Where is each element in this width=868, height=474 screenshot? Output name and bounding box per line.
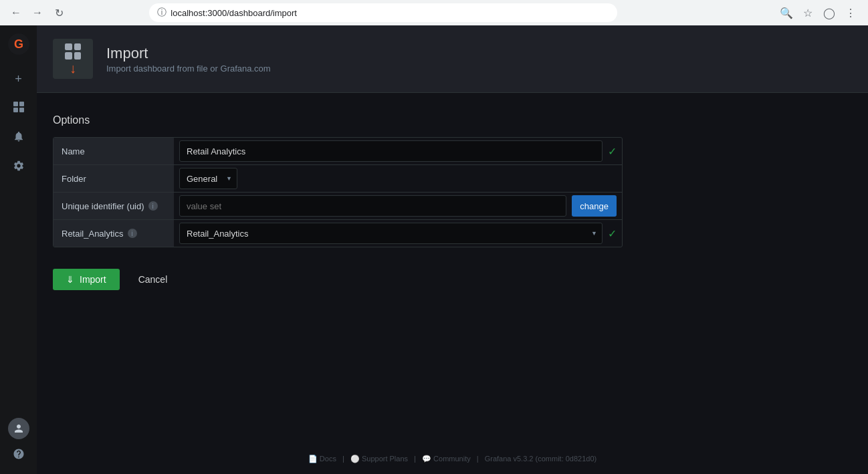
svg-text:G: G xyxy=(13,37,23,51)
datasource-label: Retail_Analytics i xyxy=(53,220,174,247)
page-header: ↓ Import Import dashboard from file or G… xyxy=(37,25,868,93)
sidebar-item-add[interactable]: + xyxy=(5,66,32,92)
folder-value-cell: General xyxy=(174,165,622,192)
import-button[interactable]: ⇓ Import xyxy=(53,269,120,290)
svg-rect-5 xyxy=(19,108,24,112)
import-icon-container: ↓ xyxy=(53,39,93,79)
back-button[interactable]: ← xyxy=(8,5,24,21)
import-icon: ⇓ xyxy=(66,274,74,285)
sidebar-item-alerts[interactable] xyxy=(5,124,32,151)
version-text: Grafana v5.3.2 (commit: 0d821d0) xyxy=(485,455,597,463)
help-icon xyxy=(13,448,25,463)
cancel-button[interactable]: Cancel xyxy=(128,269,179,290)
url-text: localhost:3000/dashboard/import xyxy=(171,8,297,18)
footer-icon-community: 💬 xyxy=(422,455,431,463)
options-table: Name ✓ Folder General xyxy=(53,137,623,247)
uid-input[interactable] xyxy=(179,195,566,217)
uid-row: Unique identifier (uid) i change xyxy=(53,193,622,220)
uid-value-cell: change xyxy=(174,193,622,219)
gear-icon xyxy=(13,160,25,175)
name-row: Name ✓ xyxy=(53,138,622,165)
forward-button[interactable]: → xyxy=(29,5,45,21)
folder-select-wrapper: General xyxy=(179,168,237,189)
datasource-check-icon: ✓ xyxy=(608,227,617,240)
svg-rect-2 xyxy=(13,102,18,106)
footer-icon-support: ⚪ xyxy=(350,455,360,463)
refresh-button[interactable]: ↻ xyxy=(51,5,67,21)
zoom-button[interactable]: 🔍 xyxy=(777,3,796,22)
bell-icon xyxy=(13,130,25,146)
change-button[interactable]: change xyxy=(572,195,617,217)
plus-icon: + xyxy=(15,72,22,86)
form-section: Options Name ✓ Folder xyxy=(37,93,639,269)
profile-button[interactable]: ◯ xyxy=(820,3,839,22)
sidebar-item-help[interactable] xyxy=(5,442,32,469)
page-subtitle: Import dashboard from file or Grafana.co… xyxy=(106,64,271,74)
folder-row: Folder General xyxy=(53,165,622,193)
datasource-row: Retail_Analytics i Retail_Analytics ▼ ✓ xyxy=(53,220,622,247)
folder-label: Folder xyxy=(53,165,174,192)
datasource-select-wrapper: Retail_Analytics ▼ xyxy=(179,223,603,244)
security-icon: ⓘ xyxy=(157,7,167,19)
sidebar-item-dashboards[interactable] xyxy=(5,95,32,122)
support-link[interactable]: Support Plans xyxy=(362,455,408,463)
folder-select[interactable]: General xyxy=(179,168,237,189)
section-title: Options xyxy=(53,114,623,126)
dashboards-icon xyxy=(12,100,25,117)
app-container: G + xyxy=(0,25,868,474)
page-header-text: Import Import dashboard from file or Gra… xyxy=(106,45,271,74)
sidebar: G + xyxy=(0,25,37,474)
svg-rect-4 xyxy=(13,108,18,112)
page-title: Import xyxy=(106,45,271,62)
footer-icon-docs: 📄 xyxy=(308,455,318,463)
browser-toolbar: 🔍 ☆ ◯ ⋮ xyxy=(777,3,860,22)
main-content: ↓ Import Import dashboard from file or G… xyxy=(37,25,868,474)
name-label: Name xyxy=(53,138,174,164)
uid-label: Unique identifier (uid) i xyxy=(53,193,174,219)
datasource-select[interactable]: Retail_Analytics xyxy=(179,223,603,244)
menu-button[interactable]: ⋮ xyxy=(841,3,860,22)
browser-chrome: ← → ↻ ⓘ localhost:3000/dashboard/import … xyxy=(0,0,868,25)
user-avatar[interactable] xyxy=(8,418,29,439)
sidebar-bottom xyxy=(5,418,32,469)
docs-link[interactable]: Docs xyxy=(320,455,336,463)
name-input[interactable] xyxy=(179,140,603,162)
datasource-value-cell: Retail_Analytics ▼ ✓ xyxy=(174,220,622,247)
datasource-info-icon[interactable]: i xyxy=(128,229,137,238)
action-buttons: ⇓ Import Cancel xyxy=(37,269,868,312)
svg-rect-3 xyxy=(19,102,24,106)
footer: 📄 Docs | ⚪ Support Plans | 💬 Community |… xyxy=(37,444,868,474)
name-check-icon: ✓ xyxy=(608,145,617,158)
sidebar-item-settings[interactable] xyxy=(5,154,32,181)
grafana-logo[interactable]: G xyxy=(5,31,32,57)
bookmark-button[interactable]: ☆ xyxy=(798,3,817,22)
uid-info-icon[interactable]: i xyxy=(148,201,158,211)
community-link[interactable]: Community xyxy=(433,455,471,463)
name-value-cell: ✓ xyxy=(174,138,622,164)
address-bar[interactable]: ⓘ localhost:3000/dashboard/import xyxy=(149,3,617,22)
